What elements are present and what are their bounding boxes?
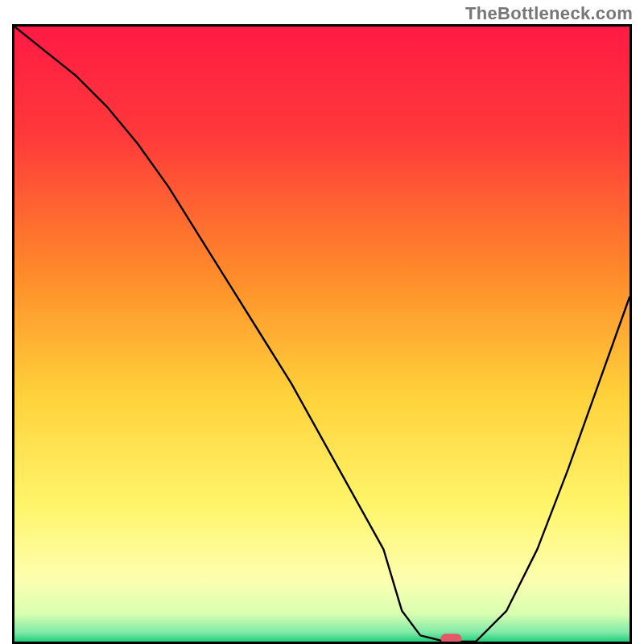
watermark-text: TheBottleneck.com — [465, 3, 633, 24]
chart-svg — [14, 27, 630, 642]
marker-pill — [440, 634, 461, 642]
chart-frame — [12, 24, 632, 644]
